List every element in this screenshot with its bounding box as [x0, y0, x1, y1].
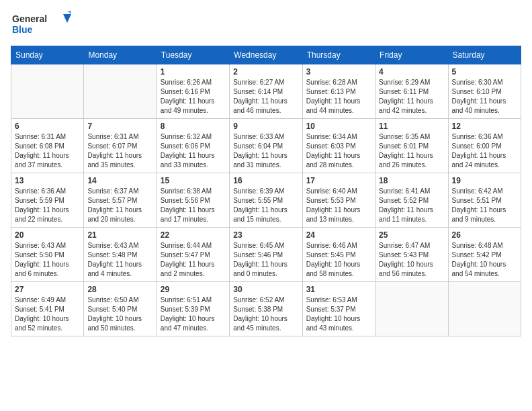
calendar-cell: 9Sunrise: 6:33 AM Sunset: 6:04 PM Daylig…	[230, 119, 302, 173]
day-info: Sunrise: 6:39 AM Sunset: 5:55 PM Dayligh…	[233, 187, 298, 224]
week-row-5: 27Sunrise: 6:49 AM Sunset: 5:41 PM Dayli…	[11, 282, 521, 336]
day-number: 14	[87, 176, 152, 185]
calendar-cell: 19Sunrise: 6:42 AM Sunset: 5:51 PM Dayli…	[448, 173, 521, 228]
calendar-cell: 12Sunrise: 6:36 AM Sunset: 6:00 PM Dayli…	[448, 119, 521, 173]
day-info: Sunrise: 6:26 AM Sunset: 6:16 PM Dayligh…	[161, 78, 226, 116]
day-number: 20	[15, 230, 80, 240]
calendar-cell: 10Sunrise: 6:34 AM Sunset: 6:03 PM Dayli…	[302, 119, 375, 173]
day-number: 29	[161, 285, 226, 294]
day-number: 5	[452, 67, 517, 77]
day-info: Sunrise: 6:47 AM Sunset: 5:43 PM Dayligh…	[379, 241, 444, 279]
day-info: Sunrise: 6:37 AM Sunset: 5:57 PM Dayligh…	[87, 187, 152, 224]
day-info: Sunrise: 6:46 AM Sunset: 5:45 PM Dayligh…	[306, 241, 371, 279]
calendar-cell: 7Sunrise: 6:31 AM Sunset: 6:07 PM Daylig…	[84, 119, 157, 173]
day-info: Sunrise: 6:44 AM Sunset: 5:47 PM Dayligh…	[161, 241, 226, 279]
day-info: Sunrise: 6:31 AM Sunset: 6:08 PM Dayligh…	[15, 132, 80, 170]
day-info: Sunrise: 6:53 AM Sunset: 5:37 PM Dayligh…	[306, 295, 371, 333]
svg-text:Blue: Blue	[12, 24, 33, 35]
day-number: 23	[233, 230, 298, 240]
week-row-1: 1Sunrise: 6:26 AM Sunset: 6:16 PM Daylig…	[11, 64, 521, 119]
day-info: Sunrise: 6:48 AM Sunset: 5:42 PM Dayligh…	[452, 241, 517, 279]
day-info: Sunrise: 6:49 AM Sunset: 5:41 PM Dayligh…	[15, 295, 80, 333]
day-number: 16	[233, 176, 298, 185]
day-number: 21	[87, 230, 152, 240]
calendar-table: SundayMondayTuesdayWednesdayThursdayFrid…	[11, 46, 521, 336]
day-info: Sunrise: 6:30 AM Sunset: 6:10 PM Dayligh…	[452, 78, 517, 116]
calendar-cell: 21Sunrise: 6:43 AM Sunset: 5:48 PM Dayli…	[84, 228, 157, 282]
calendar-cell: 5Sunrise: 6:30 AM Sunset: 6:10 PM Daylig…	[448, 64, 521, 119]
day-info: Sunrise: 6:42 AM Sunset: 5:51 PM Dayligh…	[452, 187, 517, 224]
day-number: 11	[379, 122, 444, 131]
calendar-cell	[375, 282, 448, 336]
calendar-cell: 14Sunrise: 6:37 AM Sunset: 5:57 PM Dayli…	[84, 173, 157, 228]
weekday-header-monday: Monday	[84, 46, 157, 64]
week-row-2: 6Sunrise: 6:31 AM Sunset: 6:08 PM Daylig…	[11, 119, 521, 173]
day-info: Sunrise: 6:34 AM Sunset: 6:03 PM Dayligh…	[306, 132, 371, 170]
calendar-cell: 1Sunrise: 6:26 AM Sunset: 6:16 PM Daylig…	[157, 64, 229, 119]
day-info: Sunrise: 6:50 AM Sunset: 5:40 PM Dayligh…	[87, 295, 152, 333]
calendar-cell: 3Sunrise: 6:28 AM Sunset: 6:13 PM Daylig…	[302, 64, 375, 119]
calendar-cell: 27Sunrise: 6:49 AM Sunset: 5:41 PM Dayli…	[11, 282, 84, 336]
day-number: 13	[15, 176, 80, 185]
calendar-cell: 8Sunrise: 6:32 AM Sunset: 6:06 PM Daylig…	[157, 119, 229, 173]
day-info: Sunrise: 6:35 AM Sunset: 6:01 PM Dayligh…	[379, 132, 444, 170]
calendar-cell: 20Sunrise: 6:43 AM Sunset: 5:50 PM Dayli…	[11, 228, 84, 282]
calendar-cell	[84, 64, 157, 119]
calendar-cell: 29Sunrise: 6:51 AM Sunset: 5:39 PM Dayli…	[157, 282, 229, 336]
day-number: 9	[233, 122, 298, 131]
svg-text:General: General	[12, 13, 47, 24]
day-info: Sunrise: 6:43 AM Sunset: 5:50 PM Dayligh…	[15, 241, 80, 279]
calendar-cell: 28Sunrise: 6:50 AM Sunset: 5:40 PM Dayli…	[84, 282, 157, 336]
weekday-header-saturday: Saturday	[448, 46, 521, 64]
weekday-header-thursday: Thursday	[302, 46, 375, 64]
calendar-cell: 16Sunrise: 6:39 AM Sunset: 5:55 PM Dayli…	[230, 173, 302, 228]
day-number: 17	[306, 176, 371, 185]
day-info: Sunrise: 6:52 AM Sunset: 5:38 PM Dayligh…	[233, 295, 298, 333]
day-number: 10	[306, 122, 371, 131]
day-number: 22	[161, 230, 226, 240]
day-info: Sunrise: 6:40 AM Sunset: 5:53 PM Dayligh…	[306, 187, 371, 224]
day-number: 6	[15, 122, 80, 131]
day-info: Sunrise: 6:31 AM Sunset: 6:07 PM Dayligh…	[87, 132, 152, 170]
day-number: 7	[87, 122, 152, 131]
day-number: 30	[233, 285, 298, 294]
day-number: 26	[452, 230, 517, 240]
calendar-cell	[448, 282, 521, 336]
calendar-cell: 6Sunrise: 6:31 AM Sunset: 6:08 PM Daylig…	[11, 119, 84, 173]
calendar-cell: 18Sunrise: 6:41 AM Sunset: 5:52 PM Dayli…	[375, 173, 448, 228]
calendar-cell: 17Sunrise: 6:40 AM Sunset: 5:53 PM Dayli…	[302, 173, 375, 228]
day-number: 27	[15, 285, 80, 294]
svg-marker-3	[67, 11, 71, 14]
logo: General Blue	[11, 11, 71, 38]
day-info: Sunrise: 6:32 AM Sunset: 6:06 PM Dayligh…	[161, 132, 226, 170]
day-number: 15	[161, 176, 226, 185]
day-info: Sunrise: 6:28 AM Sunset: 6:13 PM Dayligh…	[306, 78, 371, 116]
weekday-header-friday: Friday	[375, 46, 448, 64]
weekday-header-wednesday: Wednesday	[230, 46, 302, 64]
day-number: 3	[306, 67, 371, 77]
calendar-cell: 11Sunrise: 6:35 AM Sunset: 6:01 PM Dayli…	[375, 119, 448, 173]
weekday-header-sunday: Sunday	[11, 46, 84, 64]
calendar-cell: 2Sunrise: 6:27 AM Sunset: 6:14 PM Daylig…	[230, 64, 302, 119]
calendar-cell: 24Sunrise: 6:46 AM Sunset: 5:45 PM Dayli…	[302, 228, 375, 282]
calendar-cell: 15Sunrise: 6:38 AM Sunset: 5:56 PM Dayli…	[157, 173, 229, 228]
day-number: 31	[306, 285, 371, 294]
day-info: Sunrise: 6:27 AM Sunset: 6:14 PM Dayligh…	[233, 78, 298, 116]
weekday-header-row: SundayMondayTuesdayWednesdayThursdayFrid…	[11, 46, 521, 64]
logo-svg: General Blue	[11, 11, 71, 38]
day-number: 24	[306, 230, 371, 240]
day-number: 8	[161, 122, 226, 131]
weekday-header-tuesday: Tuesday	[157, 46, 229, 64]
day-number: 4	[379, 67, 444, 77]
calendar-cell	[11, 64, 84, 119]
week-row-4: 20Sunrise: 6:43 AM Sunset: 5:50 PM Dayli…	[11, 228, 521, 282]
day-info: Sunrise: 6:51 AM Sunset: 5:39 PM Dayligh…	[161, 295, 226, 333]
day-info: Sunrise: 6:45 AM Sunset: 5:46 PM Dayligh…	[233, 241, 298, 279]
header: General Blue	[11, 11, 521, 38]
day-number: 28	[87, 285, 152, 294]
calendar-cell: 23Sunrise: 6:45 AM Sunset: 5:46 PM Dayli…	[230, 228, 302, 282]
calendar-cell: 4Sunrise: 6:29 AM Sunset: 6:11 PM Daylig…	[375, 64, 448, 119]
calendar-cell: 26Sunrise: 6:48 AM Sunset: 5:42 PM Dayli…	[448, 228, 521, 282]
day-info: Sunrise: 6:41 AM Sunset: 5:52 PM Dayligh…	[379, 187, 444, 224]
day-number: 2	[233, 67, 298, 77]
